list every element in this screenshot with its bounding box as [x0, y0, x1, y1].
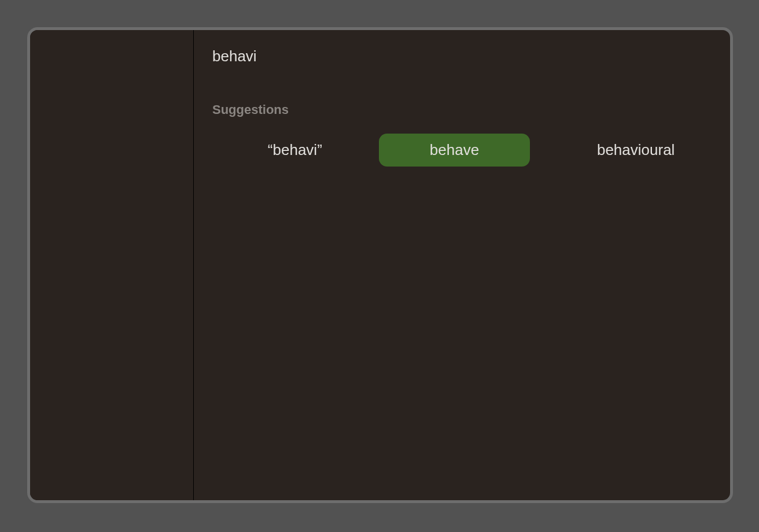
search-input[interactable] — [212, 47, 712, 65]
suggestion-item[interactable]: behavioural — [560, 134, 712, 167]
sidebar — [30, 30, 194, 500]
suggestions-row: “behavi” behave behavioural — [212, 134, 712, 167]
main-panel: Suggestions “behavi” behave behavioural — [194, 30, 730, 500]
suggestions-heading: Suggestions — [212, 102, 712, 117]
suggestion-item-selected[interactable]: behave — [379, 134, 530, 167]
dictionary-lookup-window: Suggestions “behavi” behave behavioural — [27, 27, 733, 503]
suggestion-item-literal[interactable]: “behavi” — [219, 134, 371, 167]
